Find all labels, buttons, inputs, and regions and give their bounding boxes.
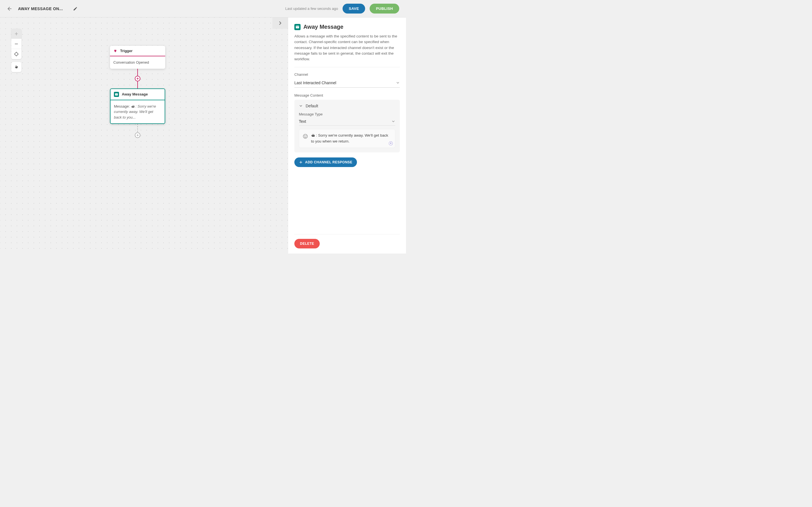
message-content-label: Message Content <box>294 93 400 98</box>
away-body-emoji: 🛳 <box>131 104 135 108</box>
plug-icon <box>113 49 117 53</box>
away-body-prefix: Message: <box>114 104 131 108</box>
connector-end: + <box>110 124 165 138</box>
default-label: Default <box>306 104 318 108</box>
back-button[interactable] <box>7 6 12 11</box>
header-left: AWAY MESSAGE ON... <box>7 6 78 11</box>
svg-point-11 <box>306 136 306 136</box>
connector-line-dashed <box>137 124 138 132</box>
collapse-sidebar-button[interactable] <box>272 17 288 29</box>
canvas-controls <box>11 29 21 72</box>
save-button[interactable]: SAVE <box>343 4 365 13</box>
message-type-value: Text <box>299 119 306 124</box>
channel-label: Channel <box>294 72 400 76</box>
trigger-node-body: Conversation Opened <box>110 56 165 69</box>
add-channel-response-button[interactable]: ADD CHANNEL RESPONSE <box>294 158 357 167</box>
chevron-down-icon <box>396 81 400 85</box>
last-updated-text: Last updated a few seconds ago <box>285 6 338 11</box>
emoji-picker-button[interactable] <box>303 133 308 139</box>
svg-point-4 <box>15 53 18 56</box>
workflow-canvas[interactable]: Trigger Conversation Opened + Away Messa… <box>0 17 288 253</box>
add-channel-label: ADD CHANNEL RESPONSE <box>305 160 352 164</box>
sidebar-description: Allows a message with the specified cont… <box>294 34 400 67</box>
away-node-header: Away Message <box>110 89 165 100</box>
edit-title-button[interactable] <box>73 6 78 11</box>
pan-button[interactable] <box>11 62 21 72</box>
zoom-out-button[interactable] <box>11 39 21 49</box>
app-header: AWAY MESSAGE ON... Last updated a few se… <box>0 0 406 17</box>
add-step-end-button[interactable]: + <box>135 132 140 138</box>
sidebar-header: Away Message <box>294 24 400 30</box>
delete-button[interactable]: DELETE <box>294 239 320 248</box>
mail-icon <box>294 24 301 30</box>
default-message-accordion: Default Message Type Text 🛳 <box>294 100 400 152</box>
message-type-select[interactable]: Text <box>299 117 395 126</box>
connector-line <box>137 69 138 76</box>
trigger-node-title: Trigger <box>120 49 133 53</box>
add-variable-button[interactable]: + <box>389 142 393 145</box>
channel-value: Last Interacted Channel <box>294 80 336 85</box>
header-right: Last updated a few seconds ago SAVE PUBL… <box>285 4 399 13</box>
zoom-controls <box>11 29 21 59</box>
workflow-nodes: Trigger Conversation Opened + Away Messa… <box>110 46 165 138</box>
message-content-input[interactable]: 🛳 : Sorry we're currently away. We'll ge… <box>299 129 395 148</box>
svg-point-9 <box>303 134 308 138</box>
publish-button[interactable]: PUBLISH <box>370 4 399 13</box>
chevron-down-icon <box>299 104 303 108</box>
svg-point-10 <box>305 136 305 136</box>
channel-select[interactable]: Last Interacted Channel <box>294 79 400 88</box>
message-text: 🛳 : Sorry we're currently away. We'll ge… <box>311 133 392 144</box>
trigger-node[interactable]: Trigger Conversation Opened <box>110 46 165 69</box>
accordion-toggle[interactable]: Default <box>294 100 400 112</box>
message-type-row: Message Type Text <box>299 112 395 126</box>
connector: + <box>110 69 165 89</box>
add-step-button[interactable]: + <box>135 76 140 81</box>
away-node-body: Message: 🛳 : Sorry we're currently away.… <box>110 100 165 124</box>
chevron-down-icon <box>391 119 395 123</box>
mail-icon <box>114 92 119 97</box>
properties-sidebar: Away Message Allows a message with the s… <box>288 17 406 253</box>
workflow-title: AWAY MESSAGE ON... <box>18 6 63 11</box>
message-type-label: Message Type <box>299 112 395 116</box>
sidebar-title: Away Message <box>303 24 343 30</box>
accordion-body: Message Type Text 🛳 : Sorry we're curren… <box>294 112 400 152</box>
zoom-in-button <box>11 29 21 39</box>
away-node-title: Away Message <box>122 92 148 96</box>
sidebar-footer: DELETE <box>294 234 400 248</box>
recenter-button[interactable] <box>11 49 21 59</box>
connector-line <box>137 81 138 89</box>
main-area: Trigger Conversation Opened + Away Messa… <box>0 17 406 253</box>
trigger-node-header: Trigger <box>110 46 165 56</box>
away-message-node[interactable]: Away Message Message: 🛳 : Sorry we're cu… <box>110 89 165 124</box>
